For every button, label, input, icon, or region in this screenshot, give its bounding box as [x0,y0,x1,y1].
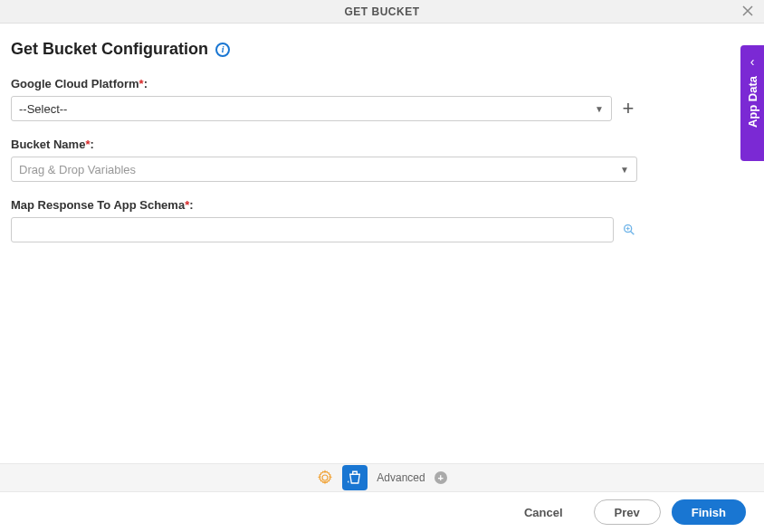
bucket-placeholder: Drag & Drop Variables [19,163,136,176]
platform-label: Google Cloud Platform*: [11,77,637,90]
platform-value: --Select-- [19,102,67,116]
bucket-label: Bucket Name*: [11,138,637,151]
page-title: Get Bucket Configuration [11,40,208,59]
chevron-down-icon: ▼ [595,104,604,114]
page-title-row: Get Bucket Configuration i [11,40,753,59]
chevron-down-icon: ▼ [620,165,629,175]
field-map-response: Map Response To App Schema*: [11,198,637,242]
chevron-left-icon: ‹ [750,54,755,69]
search-plus-icon [622,223,636,237]
settings-button[interactable] [317,470,333,486]
response-label-text: Map Response To App Schema [11,198,185,212]
close-button[interactable] [739,2,757,20]
response-input[interactable] [11,217,614,242]
lookup-button[interactable] [621,222,637,238]
prev-button[interactable]: Prev [594,499,661,525]
modal-title: GET BUCKET [345,5,420,18]
modal-header: GET BUCKET [0,0,764,24]
add-platform-button[interactable]: + [619,97,637,120]
required-asterisk: * [139,77,144,90]
platform-select[interactable]: --Select-- ▼ [11,96,612,121]
app-data-panel-toggle[interactable]: ‹ App Data [740,45,764,161]
field-google-cloud-platform: Google Cloud Platform*: --Select-- ▼ + [11,77,637,121]
close-icon [741,5,754,17]
svg-line-1 [631,232,635,235]
required-asterisk: * [85,138,90,151]
bucket-input[interactable]: Drag & Drop Variables ▼ [11,157,637,182]
content-area: Get Bucket Configuration i Google Cloud … [0,24,764,242]
info-icon[interactable]: i [215,43,230,57]
field-bucket-name: Bucket Name*: Drag & Drop Variables ▼ [11,138,637,182]
bottom-toolbar: Advanced + [0,463,764,492]
bucket-label-text: Bucket Name [11,138,85,151]
bucket-tool-button[interactable] [342,465,368,490]
cancel-button[interactable]: Cancel [504,499,583,525]
footer: Cancel Prev Finish [0,492,764,532]
advanced-label: Advanced [377,471,425,484]
finish-button[interactable]: Finish [672,499,746,525]
platform-label-text: Google Cloud Platform [11,77,139,90]
app-data-label: App Data [746,76,759,128]
advanced-add-button[interactable]: + [435,471,447,484]
gear-icon [317,470,333,486]
required-asterisk: * [185,198,189,212]
bucket-icon [347,470,363,486]
response-label: Map Response To App Schema*: [11,198,637,212]
